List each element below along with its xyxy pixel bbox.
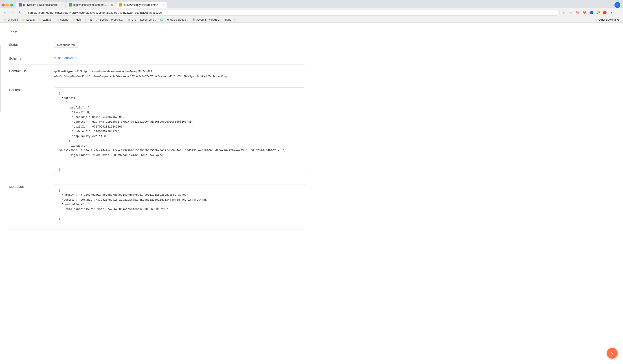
tab-favicon-mushroom [69, 3, 72, 6]
bookmark-label-account: Account: 7FdCH5... [196, 18, 220, 21]
tab-close-discord[interactable]: ✕ [61, 4, 63, 6]
reload-button[interactable]: ↻ [17, 9, 23, 16]
commit-ids-value: kjzl6cwd29gxeqrb2ff9u9p8xus5ww4wmaehce7d… [54, 69, 305, 79]
bookmark-other[interactable]: 📁 Other Bookmarks [593, 18, 621, 22]
bookmark-icon-spotify: 🎵 [96, 18, 99, 21]
bookmark-gro[interactable]: 🌿 Gro Protocol | Link... [126, 18, 158, 22]
extension-icon-2[interactable]: 🍄 [575, 9, 581, 16]
tab-title-mushroom: https://connect.mushroom.so... [73, 3, 109, 6]
page-content: Tags: Status: Not anchored Schema: Mushr… [0, 23, 314, 234]
bookmark-icon-account: 👤 [192, 18, 195, 21]
commit-id-1: kjzl6cwd29gxeqrb2ff9u9p8xus5ww4wmaehce7d… [54, 69, 305, 74]
bookmark-label-gro: Gro Protocol | Link... [132, 18, 156, 21]
metadata-row: Metadata: { "family": "kjzl6cwe1jw149cvd… [9, 180, 305, 229]
bookmark-label-iceland: iceland [26, 18, 35, 21]
schema-link[interactable]: MushroomCards [54, 56, 77, 60]
navigation-bar: ← → ↻ cerscan.com/testnet-clay/stream/k2… [0, 8, 623, 17]
content-json: { "cards": [ { "profile": { "level": 0, … [54, 87, 305, 176]
bookmark-webs[interactable]: 🌐 The Web's Bigges... [158, 18, 190, 22]
maximize-window-btn[interactable] [10, 4, 13, 6]
status-label: Status: [9, 42, 54, 46]
extension-icon-1[interactable]: ⚙ [568, 9, 574, 16]
more-menu[interactable]: ⋮ [615, 9, 621, 16]
minimize-window-btn[interactable] [6, 4, 9, 6]
bookmark-folder-icon-nft: 📁 [85, 18, 88, 21]
tab-title-discord: (6) Discord | @ReputationBot [23, 3, 58, 6]
schema-row: Schema: MushroomCards [9, 52, 305, 64]
tags-label: Tags: [9, 30, 54, 34]
status-badge: Not anchored [54, 42, 78, 48]
metadata-json: { "family": "kjzl6cwe1jw149cvdnq7mtw5c1s… [54, 184, 305, 225]
bookmark-label-other: Other Bookmarks [599, 18, 619, 21]
address-bar[interactable]: cerscan.com/testnet-clay/stream/k2t6wyfs… [25, 10, 560, 16]
content-row: Content: { "cards": [ { "profile": { "le… [9, 83, 305, 180]
tags-row: Tags: [9, 27, 305, 38]
bookmark-folder-icon-defi: 📁 [72, 18, 75, 21]
bookmark-folder-icon-starknet: 📁 [39, 18, 42, 21]
profile-avatar[interactable]: A [615, 2, 620, 8]
bookmark-folder-icon-iceland: 📁 [22, 18, 25, 21]
bookmark-folder-icon-solana: 📁 [56, 18, 60, 21]
tab-discord[interactable]: (6) Discord | @ReputationBot ✕ [16, 2, 65, 8]
bookmark-account[interactable]: 👤 Account: 7FdCH5... [190, 18, 222, 22]
nav-actions: ☆ ⚙ 🍄 🦊 🔵 🔑 🔴 ⋮ ⋮ [561, 9, 621, 16]
tab-favicon-discord [19, 3, 22, 6]
bookmark-label-spotify: Spotify – Web Pla... [100, 18, 123, 21]
commit-ids-row: Commit IDs: kjzl6cwd29gxeqrb2ff9u9p8xus5… [9, 64, 305, 83]
schema-label: Schema: [9, 56, 54, 60]
extension-icon-6[interactable]: 🔴 [601, 9, 608, 16]
browser-chrome: (6) Discord | @ReputationBot ✕ https://c… [0, 0, 623, 23]
bookmark-label: sharable [8, 18, 18, 21]
bookmarks-overflow[interactable]: » [234, 18, 235, 21]
extensions-menu[interactable]: ⋮ [608, 9, 615, 16]
left-scrollbar [0, 45, 1, 112]
bookmark-image[interactable]: Image [222, 18, 233, 22]
bookmark-icon-webs: 🌐 [160, 18, 163, 21]
bookmark-folder-icon-other: 📁 [595, 18, 598, 21]
bookmark-label-nft: nft [89, 18, 91, 21]
bookmark-icon-gro: 🌿 [128, 18, 131, 21]
tab-title-cerscan: k2t6wyfsu4pfy4vyqs1l2khm2... [124, 3, 160, 6]
metadata-label: Metadata: [9, 184, 54, 188]
bookmark-solana[interactable]: 📁 solana [55, 18, 70, 22]
bookmark-label-starknet: starknet [43, 18, 52, 21]
content-label: Content: [9, 87, 54, 92]
tab-close-cerscan[interactable]: ✕ [162, 4, 164, 6]
extension-icon-5[interactable]: 🔑 [595, 9, 601, 16]
tab-close-mushroom[interactable]: ✕ [111, 4, 113, 6]
bookmark-folder-icon: 📁 [4, 18, 7, 21]
bookmark-label-solana: solana [60, 18, 68, 21]
commit-ids-label: Commit IDs: [9, 69, 54, 73]
bookmark-sharable[interactable]: 📁 sharable [2, 18, 20, 22]
bookmark-icon[interactable]: ☆ [561, 9, 567, 16]
bookmark-nft[interactable]: 📁 nft [83, 18, 93, 22]
status-value: Not anchored [54, 42, 305, 48]
bookmark-defi[interactable]: 📁 defi [70, 18, 82, 22]
bookmarks-bar: 📁 sharable 📁 iceland 📁 starknet 📁 solana… [0, 17, 623, 23]
commit-id-2: k6zn3rc3iwgu7bb8mcf3zitk0txl8nan3yqengez… [54, 74, 305, 79]
window-controls [0, 4, 15, 6]
bookmark-label-image: Image [224, 18, 231, 21]
content-value: { "cards": [ { "profile": { "level": 0, … [54, 87, 305, 176]
bookmark-iceland[interactable]: 📁 iceland [20, 18, 36, 22]
address-text: cerscan.com/testnet-clay/stream/k2t6wyfs… [28, 11, 556, 14]
schema-value: MushroomCards [54, 56, 305, 60]
bookmark-label-webs: The Web's Bigges... [164, 18, 188, 21]
tab-bar-row: (6) Discord | @ReputationBot ✕ https://c… [0, 0, 623, 8]
status-row: Status: Not anchored [9, 38, 305, 52]
extension-icon-3[interactable]: 🦊 [581, 9, 588, 16]
forward-button[interactable]: → [9, 9, 16, 16]
bookmark-label-defi: defi [76, 18, 81, 21]
extension-icon-4[interactable]: 🔵 [588, 9, 594, 16]
bookmark-starknet[interactable]: 📁 starknet [37, 18, 54, 22]
tab-mushroom[interactable]: https://connect.mushroom.so... ✕ [66, 2, 116, 8]
metadata-value: { "family": "kjzl6cwe1jw149cvdnq7mtw5c1s… [54, 184, 305, 225]
bookmark-spotify[interactable]: 🎵 Spotify – Web Pla... [94, 18, 125, 22]
tab-cerscan[interactable]: k2t6wyfsu4pfy4vyqs1l2khm2... ✕ [116, 2, 167, 8]
new-tab-button[interactable]: + [168, 2, 174, 8]
tab-favicon-cerscan [119, 3, 122, 6]
close-window-btn[interactable] [2, 4, 5, 6]
back-button[interactable]: ← [2, 9, 8, 16]
